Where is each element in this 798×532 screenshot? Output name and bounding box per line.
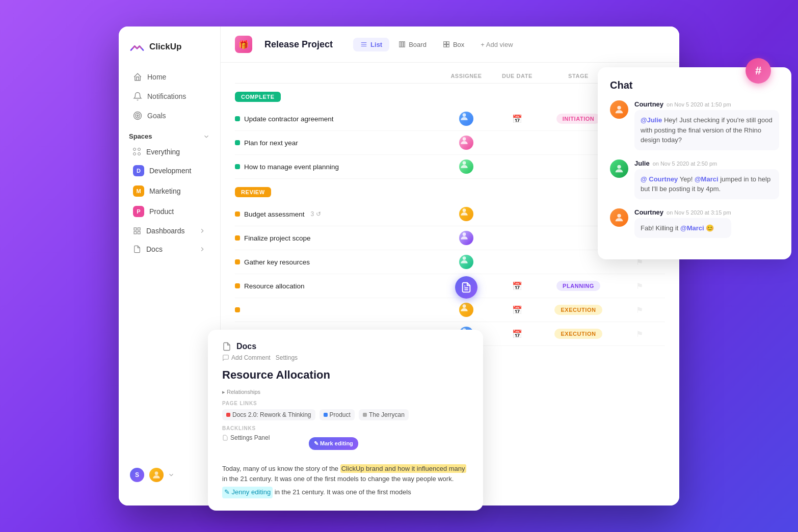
logo-text: ClickUp <box>149 42 181 52</box>
table-row[interactable]: Resource allocation 📅 PLANNING ⚑ <box>235 274 665 298</box>
sidebar-item-home[interactable]: Home <box>123 68 216 86</box>
dashboards-label: Dashboards <box>146 227 185 235</box>
jenny-editing-badge: ✎ Jenny editing <box>222 487 273 498</box>
task-priority: ⚑ <box>614 329 665 339</box>
marketing-dot: M <box>133 185 144 197</box>
page-links-label: PAGE LINKS <box>222 401 469 406</box>
target-icon <box>133 111 142 120</box>
backlinks-label: BACKLINKS <box>222 425 469 431</box>
list-icon <box>360 41 367 48</box>
chevron-down-icon <box>203 133 210 140</box>
logo-icon <box>129 39 145 55</box>
doc-text: ✎ Mark editing Today, many of us know th… <box>222 448 469 498</box>
task-due: 📅 <box>492 114 543 124</box>
box-label: Box <box>453 41 464 48</box>
chip-dot-red <box>226 413 230 417</box>
message-text: Fab! Killing it @Marci 😊 <box>634 218 731 238</box>
page-links-chips: Docs 2.0: Rework & Thinking Product The … <box>222 409 469 420</box>
add-view-button[interactable]: + Add view <box>473 38 520 51</box>
svg-rect-17 <box>446 45 449 47</box>
sidebar-item-development[interactable]: D Development <box>123 161 216 180</box>
avatar <box>459 112 473 126</box>
board-label: Board <box>409 41 427 48</box>
marketing-label: Marketing <box>149 187 180 195</box>
task-stage: EXECUTION <box>543 305 614 315</box>
home-icon <box>133 72 142 82</box>
svg-point-27 <box>617 106 621 110</box>
avatar <box>459 303 473 317</box>
sidebar-item-notifications[interactable]: Notifications <box>123 87 216 105</box>
calendar-icon: 📅 <box>512 305 522 315</box>
task-dot-yellow <box>235 235 240 241</box>
doc-main-title: Resource Allocation <box>222 368 469 382</box>
settings-button[interactable]: Settings <box>276 354 298 361</box>
sidebar-item-dashboards[interactable]: Dashboards <box>123 222 216 240</box>
avatar-courtney <box>610 100 628 119</box>
task-due: 📅 <box>492 281 543 291</box>
sidebar-item-docs[interactable]: Docs <box>123 241 216 258</box>
docs-panel-icon <box>222 342 231 351</box>
tab-box[interactable]: Box <box>436 38 471 51</box>
box-icon <box>443 41 450 48</box>
task-due: 📅 <box>492 329 543 339</box>
chat-message-1: Courtney on Nov 5 2020 at 1:50 pm @Julie… <box>610 100 779 150</box>
message-time: on Nov 5 2020 at 3:15 pm <box>667 209 731 216</box>
user-avatars: S <box>119 457 220 493</box>
task-name: Plan for next year <box>235 139 441 147</box>
svg-point-28 <box>617 165 621 168</box>
chevron-right-icon <box>199 227 206 234</box>
task-dot-yellow <box>235 283 240 288</box>
svg-point-20 <box>463 161 466 165</box>
flag-icon: ⚑ <box>636 329 643 339</box>
task-assignee <box>441 231 492 245</box>
message-time: on Nov 5 2020 at 2:50 pm <box>653 161 717 167</box>
everything-icon <box>133 148 141 156</box>
svg-rect-4 <box>138 228 140 230</box>
svg-point-0 <box>134 112 142 120</box>
col-task <box>235 73 441 79</box>
home-label: Home <box>147 73 166 81</box>
calendar-icon: 📅 <box>512 281 522 291</box>
sidebar-item-product[interactable]: P Product <box>123 202 216 221</box>
task-name: How to manage event planning <box>235 163 441 171</box>
task-name: Gather key resources <box>235 258 441 266</box>
spaces-header: Spaces <box>119 125 220 143</box>
flag-icon: ⚑ <box>636 281 643 291</box>
main-window: ClickUp Home Notifications Goals Spaces … <box>119 26 679 506</box>
avatar-user-2[interactable] <box>148 467 165 483</box>
add-comment-button[interactable]: Add Comment <box>222 354 271 361</box>
doc-float-icon[interactable] <box>455 276 477 299</box>
svg-point-1 <box>136 114 140 118</box>
avatar <box>459 207 473 221</box>
table-row[interactable]: 📅 EXECUTION ⚑ <box>235 298 665 322</box>
link-chip-docs[interactable]: Docs 2.0: Rework & Thinking <box>222 409 315 420</box>
tab-list[interactable]: List <box>353 38 389 51</box>
task-assignee <box>441 136 492 150</box>
tab-board[interactable]: Board <box>391 38 434 51</box>
link-chip-jerrycan[interactable]: The Jerrycan <box>359 409 409 420</box>
task-assignee <box>441 255 492 269</box>
task-name: Resource allocation <box>235 282 441 290</box>
chat-message-2: Julie on Nov 5 2020 at 2:50 pm @ Courtne… <box>610 159 779 199</box>
sidebar-item-marketing[interactable]: M Marketing <box>123 181 216 201</box>
task-dot-green <box>235 164 240 169</box>
mark-editing-badge: ✎ Mark editing <box>309 437 358 450</box>
task-assignee <box>441 159 492 174</box>
avatar-courtney2 <box>610 208 628 227</box>
relationships-label[interactable]: ▸ Relationships <box>222 389 469 395</box>
sidebar-item-goals[interactable]: Goals <box>123 107 216 125</box>
svg-rect-6 <box>134 231 137 234</box>
link-chip-product[interactable]: Product <box>320 409 355 420</box>
svg-rect-14 <box>444 42 446 44</box>
docs-panel: Docs Add Comment Settings Resource Alloc… <box>208 330 483 511</box>
dashboard-icon <box>133 227 141 235</box>
svg-point-18 <box>463 113 466 117</box>
sender-name: Courtney <box>634 100 663 108</box>
avatar-julie <box>610 159 628 178</box>
avatar-user-s[interactable]: S <box>129 467 145 483</box>
sidebar-item-everything[interactable]: Everything <box>123 144 216 160</box>
message-time: on Nov 5 2020 at 1:50 pm <box>667 101 731 108</box>
task-name: Budget assessment 3 ↺ <box>235 210 441 218</box>
avatar <box>459 231 473 245</box>
page-links-section: PAGE LINKS Docs 2.0: Rework & Thinking P… <box>222 401 469 420</box>
